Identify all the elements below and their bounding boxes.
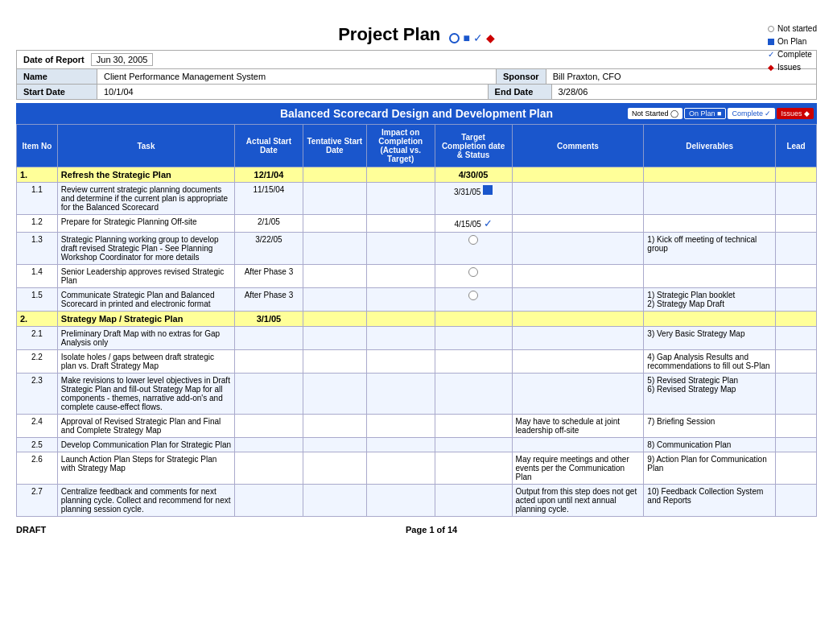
issues-button[interactable]: Issues ◆ [777,108,814,119]
section-item: 1. [17,167,58,183]
row-item: 2.3 [17,374,58,415]
row-deliverables: 4) Gap Analysis Results and recommendati… [644,350,776,374]
info-section: Date of Report Jun 30, 2005 Name Client … [16,50,817,100]
row-impact [366,215,435,233]
circle-icon [449,33,460,43]
plan-header: Balanced Scorecard Design and Developmen… [16,103,817,124]
project-table: Item No Task Actual Start Date Tentative… [16,124,817,517]
row-task: Communicate Strategic Plan and Balanced … [57,288,234,312]
row-impact [366,183,435,215]
row-item: 2.2 [17,350,58,374]
row-task: Senior Leadership approves revised Strat… [57,265,234,288]
row-tentative [303,415,366,438]
row-lead [776,288,817,312]
row-actual: 3/22/05 [235,233,303,265]
row-actual [235,415,303,438]
row-deliverables: 1) Strategic Plan booklet 2) Strategy Ma… [644,288,776,312]
row-impact [366,233,435,265]
row-item: 1.1 [17,183,58,215]
row-actual [235,350,303,374]
row-target [435,350,512,374]
row-actual: 11/15/04 [235,183,303,215]
row-task: Approval of Revised Strategic Plan and F… [57,415,234,438]
legend: Not started On Plan ✓ Complete ◆ Issues [768,23,817,74]
section-target [435,312,512,327]
row-item: 2.4 [17,415,58,438]
row-actual [235,452,303,485]
not-started-button[interactable]: Not Started ◯ [628,108,682,119]
row-impact [366,485,435,517]
row-task: Review current strategic planning docume… [57,183,234,215]
header-target: Target Completion date & Status [435,125,512,167]
row-target [435,452,512,485]
row-task: Preliminary Draft Map with no extras for… [57,327,234,350]
row-item: 2.7 [17,485,58,517]
row-lead [776,374,817,415]
row-tentative [303,233,366,265]
row-item: 1.5 [17,288,58,312]
row-deliverables: 5) Revised Strategic Plan 6) Revised Str… [644,374,776,415]
row-tentative [303,350,366,374]
row-tentative [303,485,366,517]
row-actual [235,374,303,415]
section-item: 2. [17,312,58,327]
row-target [435,485,512,517]
row-comments: Output from this step does not get acted… [512,485,644,517]
legend-issues-icon: ◆ [768,61,774,74]
on-plan-button[interactable]: On Plan ■ [684,108,726,119]
row-tentative [303,288,366,312]
header-buttons: Not Started ◯ On Plan ■ Complete ✓ Issue… [628,108,814,119]
complete-button[interactable]: Complete ✓ [728,108,775,119]
row-actual: After Phase 3 [235,288,303,312]
row-comments [512,265,644,288]
row-task: Launch Action Plan Steps for Strategic P… [57,452,234,485]
row-lead [776,415,817,438]
header-deliverables: Deliverables [644,125,776,167]
header-actual-start: Actual Start Date [235,125,303,167]
row-item: 2.5 [17,438,58,452]
section-impact [366,312,435,327]
row-target: 3/31/05 [435,183,512,215]
row-tentative [303,452,366,485]
row-impact [366,350,435,374]
row-target: 4/15/05 ✓ [435,215,512,233]
row-target [435,374,512,415]
section-task: Refresh the Strategic Plan [57,167,234,183]
row-task: Isolate holes / gaps between draft strat… [57,350,234,374]
row-impact [366,438,435,452]
row-deliverables: 10) Feedback Collection System and Repor… [644,485,776,517]
row-comments [512,327,644,350]
row-actual [235,485,303,517]
row-tentative [303,438,366,452]
row-deliverables [644,215,776,233]
row-deliverables [644,183,776,215]
title-area: Project Plan ■ ✓ ◆ Not started On Plan ✓… [16,16,817,50]
start-date-label: Start Date [17,85,97,99]
row-item: 1.2 [17,215,58,233]
row-task: Make revisions to lower level objectives… [57,374,234,415]
checkmark-icon: ✓ [473,31,483,44]
section-impact [366,167,435,183]
plan-title: Balanced Scorecard Design and Developmen… [280,107,553,120]
row-comments [512,350,644,374]
row-deliverables: 3) Very Basic Strategy Map [644,327,776,350]
row-lead [776,233,817,265]
footer-left: DRAFT [16,525,46,535]
row-deliverables: 9) Action Plan for Communication Plan [644,452,776,485]
row-task: Strategic Planning working group to deve… [57,233,234,265]
row-lead [776,452,817,485]
row-lead [776,265,817,288]
sponsor-label: Sponsor [496,69,546,84]
start-date-value: 10/1/04 [97,85,488,99]
status-square-icon [483,185,493,195]
row-actual: After Phase 3 [235,265,303,288]
row-comments [512,215,644,233]
row-task: Prepare for Strategic Planning Off-site [57,215,234,233]
row-impact [366,415,435,438]
row-tentative [303,215,366,233]
legend-not-started-icon [768,26,774,32]
square-icon: ■ [463,31,469,44]
row-deliverables: 1) Kick off meeting of technical group [644,233,776,265]
row-deliverables: 7) Briefing Session [644,415,776,438]
row-impact [366,265,435,288]
